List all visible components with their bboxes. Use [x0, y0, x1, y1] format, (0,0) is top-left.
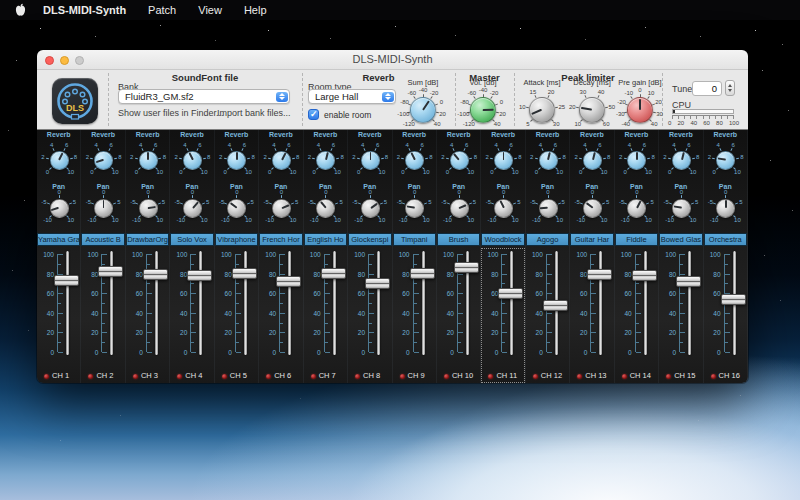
channel-reverb-knob[interactable]: [272, 151, 291, 170]
fader-handle[interactable]: [232, 268, 257, 279]
menu-item-view[interactable]: View: [198, 4, 222, 16]
channel-instrument[interactable]: DrawbarOrg: [126, 233, 169, 246]
fader-handle[interactable]: [276, 276, 301, 287]
fader-handle[interactable]: [676, 276, 701, 287]
channel-instrument[interactable]: Brush: [437, 233, 480, 246]
channel-pan-knob[interactable]: [494, 199, 513, 218]
decay-knob[interactable]: [579, 97, 605, 123]
channel-reverb-knob[interactable]: [539, 151, 558, 170]
room-type-popup[interactable]: Large Hall: [308, 89, 396, 104]
channel-reverb-knob[interactable]: [716, 151, 735, 170]
channel-pan-knob[interactable]: [627, 199, 646, 218]
close-button[interactable]: [45, 56, 54, 65]
fader-handle[interactable]: [587, 269, 612, 280]
fader-handle[interactable]: [321, 268, 346, 279]
channel-instrument[interactable]: Solo Vox: [170, 233, 213, 246]
channel-pan-knob[interactable]: [50, 199, 69, 218]
channel-instrument[interactable]: English Ho: [304, 233, 347, 246]
channel-pan-knob[interactable]: [539, 199, 558, 218]
channel-pan-knob[interactable]: [405, 199, 424, 218]
fader-handle[interactable]: [632, 270, 657, 281]
channel-instrument[interactable]: Vibraphone: [215, 233, 258, 246]
fader-handle[interactable]: [454, 262, 479, 273]
fader-track[interactable]: [422, 251, 425, 355]
bank-popup[interactable]: FluidR3_GM.sf2: [118, 89, 290, 104]
fader-handle[interactable]: [410, 268, 435, 279]
channel-pan-knob[interactable]: [672, 199, 691, 218]
fader-handle[interactable]: [543, 300, 568, 311]
channel-pan-knob[interactable]: [361, 199, 380, 218]
fader-track[interactable]: [599, 251, 602, 355]
pregain-knob[interactable]: [627, 97, 653, 123]
channel-reverb-knob[interactable]: [494, 151, 513, 170]
knob-scale-label: -5: [86, 199, 91, 205]
channel-pan-knob[interactable]: [583, 199, 602, 218]
channel-reverb-knob[interactable]: [627, 151, 646, 170]
channel-reverb-knob[interactable]: [50, 151, 69, 170]
enable-room-checkbox[interactable]: ✓: [308, 109, 319, 120]
tune-field[interactable]: 0: [692, 81, 722, 96]
channel-reverb-knob[interactable]: [183, 151, 202, 170]
fader-track[interactable]: [333, 251, 336, 355]
fader-track[interactable]: [244, 251, 247, 355]
channel-pan-knob[interactable]: [227, 199, 246, 218]
menu-item-patch[interactable]: Patch: [148, 4, 176, 16]
fader-handle[interactable]: [721, 294, 746, 305]
channel-reverb-knob[interactable]: [316, 151, 335, 170]
sum-knob[interactable]: [410, 97, 436, 123]
channel-reverb-knob[interactable]: [94, 151, 113, 170]
import-bank-files-link[interactable]: Import bank files...: [217, 108, 291, 118]
title-bar[interactable]: DLS-MIDI-Synth: [37, 50, 748, 70]
show-user-files-link[interactable]: Show user files in Finder...: [118, 108, 224, 118]
channel-pan-knob[interactable]: [139, 199, 158, 218]
channel-pan-knob-unit: -10-50510: [259, 188, 303, 226]
fader-handle[interactable]: [98, 266, 123, 277]
fader-track[interactable]: [199, 251, 202, 355]
channel-pan-knob[interactable]: [450, 199, 469, 218]
channel-reverb-knob[interactable]: [361, 151, 380, 170]
tune-stepper[interactable]: [725, 80, 735, 96]
channel-instrument[interactable]: Woodblock: [481, 233, 524, 246]
fader-handle[interactable]: [187, 270, 212, 281]
channel-reverb-knob[interactable]: [227, 151, 246, 170]
channel-name: CH 7: [319, 371, 336, 380]
channel-instrument[interactable]: Timpani: [393, 233, 436, 246]
menu-item-help[interactable]: Help: [244, 4, 267, 16]
channel-reverb-label: Reverb: [393, 131, 436, 138]
channel-reverb-knob[interactable]: [672, 151, 691, 170]
channel-instrument[interactable]: Bowed Glas: [659, 233, 702, 246]
channel-instrument[interactable]: Fiddle: [615, 233, 658, 246]
channel-instrument[interactable]: Guitar Har: [570, 233, 613, 246]
master-vol-knob[interactable]: [470, 97, 496, 123]
channel-reverb-knob[interactable]: [139, 151, 158, 170]
channel-pan-knob-unit: -10-50510: [570, 188, 614, 226]
channel-instrument[interactable]: Glockenspi: [348, 233, 391, 246]
fader-handle[interactable]: [365, 278, 390, 289]
channel-instrument[interactable]: Acoustic B: [81, 233, 124, 246]
channel-instrument[interactable]: Agogo: [526, 233, 569, 246]
fader-ruler-tick: [725, 332, 730, 333]
channel-instrument[interactable]: Orchestra: [704, 233, 747, 246]
channel-pan-knob[interactable]: [716, 199, 735, 218]
fader-track[interactable]: [377, 251, 380, 355]
channel-instrument[interactable]: Yamaha Gra: [37, 233, 80, 246]
channel-instrument[interactable]: French Hor: [259, 233, 302, 246]
fader-handle[interactable]: [54, 275, 79, 286]
fader-track[interactable]: [288, 251, 291, 355]
channel-pan-knob[interactable]: [94, 199, 113, 218]
fader-track[interactable]: [644, 251, 647, 355]
fader-track[interactable]: [66, 251, 69, 355]
channel-pan-knob[interactable]: [183, 199, 202, 218]
channel-pan-knob[interactable]: [316, 199, 335, 218]
fader-track[interactable]: [688, 251, 691, 355]
menu-app-name[interactable]: DLS-MIDI-Synth: [43, 4, 126, 16]
channel-reverb-knob[interactable]: [405, 151, 424, 170]
channel-pan-knob[interactable]: [272, 199, 291, 218]
fader-track[interactable]: [155, 251, 158, 355]
channel-reverb-knob[interactable]: [450, 151, 469, 170]
apple-menu-icon[interactable]: [14, 3, 27, 17]
fader-handle[interactable]: [143, 269, 168, 280]
minimize-button[interactable]: [60, 56, 69, 65]
channel-reverb-knob[interactable]: [583, 151, 602, 170]
attack-knob[interactable]: [529, 97, 555, 123]
